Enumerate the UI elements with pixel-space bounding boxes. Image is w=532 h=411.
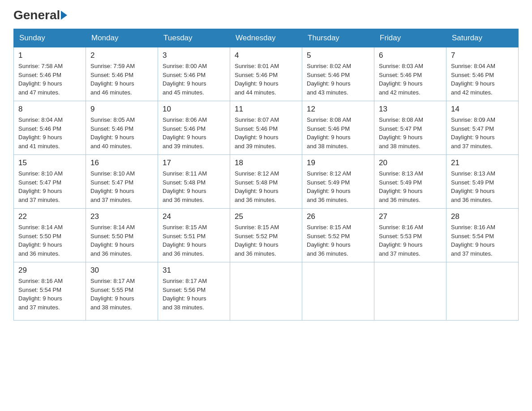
calendar-cell: 12 Sunrise: 8:08 AM Sunset: 5:46 PM Dayl… bbox=[302, 101, 374, 155]
day-number: 13 bbox=[379, 105, 442, 114]
calendar-cell: 4 Sunrise: 8:01 AM Sunset: 5:46 PM Dayli… bbox=[230, 47, 302, 101]
calendar-cell: 1 Sunrise: 7:58 AM Sunset: 5:46 PM Dayli… bbox=[14, 47, 86, 101]
day-info: Sunrise: 8:16 AM Sunset: 5:54 PM Dayligh… bbox=[451, 223, 514, 258]
day-number: 15 bbox=[18, 158, 81, 167]
calendar-cell: 20 Sunrise: 8:13 AM Sunset: 5:49 PM Dayl… bbox=[374, 155, 446, 209]
day-info: Sunrise: 8:05 AM Sunset: 5:46 PM Dayligh… bbox=[90, 116, 153, 150]
calendar-cell: 5 Sunrise: 8:02 AM Sunset: 5:46 PM Dayli… bbox=[302, 47, 374, 101]
day-number: 4 bbox=[235, 51, 297, 60]
day-info: Sunrise: 8:08 AM Sunset: 5:46 PM Dayligh… bbox=[307, 116, 369, 150]
week-row-2: 8 Sunrise: 8:04 AM Sunset: 5:46 PM Dayli… bbox=[14, 101, 519, 155]
day-number: 26 bbox=[307, 212, 369, 221]
day-info: Sunrise: 8:04 AM Sunset: 5:46 PM Dayligh… bbox=[18, 116, 81, 150]
day-info: Sunrise: 8:14 AM Sunset: 5:50 PM Dayligh… bbox=[18, 223, 81, 258]
calendar-cell: 25 Sunrise: 8:15 AM Sunset: 5:52 PM Dayl… bbox=[230, 209, 302, 262]
day-number: 9 bbox=[90, 105, 153, 114]
weekday-header-sunday: Sunday bbox=[14, 29, 86, 47]
day-number: 21 bbox=[451, 158, 514, 167]
day-info: Sunrise: 8:16 AM Sunset: 5:54 PM Dayligh… bbox=[18, 277, 81, 312]
week-row-1: 1 Sunrise: 7:58 AM Sunset: 5:46 PM Dayli… bbox=[14, 47, 519, 101]
day-info: Sunrise: 8:17 AM Sunset: 5:56 PM Dayligh… bbox=[163, 277, 225, 312]
day-info: Sunrise: 8:14 AM Sunset: 5:50 PM Dayligh… bbox=[90, 223, 153, 258]
day-number: 30 bbox=[90, 266, 153, 275]
day-info: Sunrise: 8:16 AM Sunset: 5:53 PM Dayligh… bbox=[379, 223, 442, 258]
weekday-header-monday: Monday bbox=[86, 29, 158, 47]
day-info: Sunrise: 8:12 AM Sunset: 5:48 PM Dayligh… bbox=[235, 169, 297, 204]
day-info: Sunrise: 8:01 AM Sunset: 5:46 PM Dayligh… bbox=[235, 62, 297, 97]
weekday-header-thursday: Thursday bbox=[302, 29, 374, 47]
day-info: Sunrise: 8:15 AM Sunset: 5:51 PM Dayligh… bbox=[163, 223, 225, 258]
calendar-cell: 8 Sunrise: 8:04 AM Sunset: 5:46 PM Dayli… bbox=[14, 101, 86, 155]
day-number: 28 bbox=[451, 212, 514, 221]
calendar-cell: 7 Sunrise: 8:04 AM Sunset: 5:46 PM Dayli… bbox=[446, 47, 519, 101]
day-info: Sunrise: 8:09 AM Sunset: 5:47 PM Dayligh… bbox=[451, 116, 514, 150]
calendar-cell: 18 Sunrise: 8:12 AM Sunset: 5:48 PM Dayl… bbox=[230, 155, 302, 209]
calendar-cell: 14 Sunrise: 8:09 AM Sunset: 5:47 PM Dayl… bbox=[446, 101, 519, 155]
calendar-cell: 2 Sunrise: 7:59 AM Sunset: 5:46 PM Dayli… bbox=[86, 47, 158, 101]
calendar-cell: 24 Sunrise: 8:15 AM Sunset: 5:51 PM Dayl… bbox=[158, 209, 230, 262]
day-number: 6 bbox=[379, 51, 442, 60]
day-info: Sunrise: 7:58 AM Sunset: 5:46 PM Dayligh… bbox=[18, 62, 81, 97]
day-info: Sunrise: 8:17 AM Sunset: 5:55 PM Dayligh… bbox=[90, 277, 153, 312]
calendar-cell: 19 Sunrise: 8:12 AM Sunset: 5:49 PM Dayl… bbox=[302, 155, 374, 209]
calendar-cell: 27 Sunrise: 8:16 AM Sunset: 5:53 PM Dayl… bbox=[374, 209, 446, 262]
calendar-cell: 22 Sunrise: 8:14 AM Sunset: 5:50 PM Dayl… bbox=[14, 209, 86, 262]
calendar-cell bbox=[302, 262, 374, 321]
week-row-5: 29 Sunrise: 8:16 AM Sunset: 5:54 PM Dayl… bbox=[14, 262, 519, 321]
weekday-header-saturday: Saturday bbox=[446, 29, 519, 47]
day-number: 20 bbox=[379, 158, 442, 167]
day-number: 3 bbox=[163, 51, 225, 60]
calendar-cell bbox=[230, 262, 302, 321]
weekday-header-friday: Friday bbox=[374, 29, 446, 47]
calendar-cell: 31 Sunrise: 8:17 AM Sunset: 5:56 PM Dayl… bbox=[158, 262, 230, 321]
day-number: 31 bbox=[163, 266, 225, 275]
day-number: 18 bbox=[235, 158, 297, 167]
day-number: 7 bbox=[451, 51, 514, 60]
weekday-header-wednesday: Wednesday bbox=[230, 29, 302, 47]
day-number: 5 bbox=[307, 51, 369, 60]
calendar: SundayMondayTuesdayWednesdayThursdayFrid… bbox=[13, 29, 519, 321]
day-number: 27 bbox=[379, 212, 442, 221]
day-number: 14 bbox=[451, 105, 514, 114]
weekday-header-tuesday: Tuesday bbox=[158, 29, 230, 47]
week-row-3: 15 Sunrise: 8:10 AM Sunset: 5:47 PM Dayl… bbox=[14, 155, 519, 209]
day-info: Sunrise: 8:15 AM Sunset: 5:52 PM Dayligh… bbox=[307, 223, 369, 258]
calendar-cell: 16 Sunrise: 8:10 AM Sunset: 5:47 PM Dayl… bbox=[86, 155, 158, 209]
calendar-cell: 10 Sunrise: 8:06 AM Sunset: 5:46 PM Dayl… bbox=[158, 101, 230, 155]
calendar-cell: 29 Sunrise: 8:16 AM Sunset: 5:54 PM Dayl… bbox=[14, 262, 86, 321]
logo-arrow-icon bbox=[61, 11, 67, 20]
day-number: 24 bbox=[163, 212, 225, 221]
day-info: Sunrise: 8:13 AM Sunset: 5:49 PM Dayligh… bbox=[451, 169, 514, 204]
day-info: Sunrise: 7:59 AM Sunset: 5:46 PM Dayligh… bbox=[90, 62, 153, 97]
day-info: Sunrise: 8:08 AM Sunset: 5:47 PM Dayligh… bbox=[379, 116, 442, 150]
day-info: Sunrise: 8:15 AM Sunset: 5:52 PM Dayligh… bbox=[235, 223, 297, 258]
calendar-cell: 30 Sunrise: 8:17 AM Sunset: 5:55 PM Dayl… bbox=[86, 262, 158, 321]
calendar-cell: 9 Sunrise: 8:05 AM Sunset: 5:46 PM Dayli… bbox=[86, 101, 158, 155]
calendar-cell bbox=[446, 262, 519, 321]
day-info: Sunrise: 8:12 AM Sunset: 5:49 PM Dayligh… bbox=[307, 169, 369, 204]
calendar-cell: 3 Sunrise: 8:00 AM Sunset: 5:46 PM Dayli… bbox=[158, 47, 230, 101]
day-number: 8 bbox=[18, 105, 81, 114]
calendar-cell: 13 Sunrise: 8:08 AM Sunset: 5:47 PM Dayl… bbox=[374, 101, 446, 155]
day-number: 11 bbox=[235, 105, 297, 114]
day-number: 2 bbox=[90, 51, 153, 60]
day-number: 17 bbox=[163, 158, 225, 167]
week-row-4: 22 Sunrise: 8:14 AM Sunset: 5:50 PM Dayl… bbox=[14, 209, 519, 262]
day-number: 16 bbox=[90, 158, 153, 167]
weekday-header-row: SundayMondayTuesdayWednesdayThursdayFrid… bbox=[14, 29, 519, 47]
day-info: Sunrise: 8:11 AM Sunset: 5:48 PM Dayligh… bbox=[163, 169, 225, 204]
calendar-cell: 21 Sunrise: 8:13 AM Sunset: 5:49 PM Dayl… bbox=[446, 155, 519, 209]
day-number: 23 bbox=[90, 212, 153, 221]
day-number: 1 bbox=[18, 51, 81, 60]
day-number: 12 bbox=[307, 105, 369, 114]
calendar-cell: 6 Sunrise: 8:03 AM Sunset: 5:46 PM Dayli… bbox=[374, 47, 446, 101]
calendar-cell: 28 Sunrise: 8:16 AM Sunset: 5:54 PM Dayl… bbox=[446, 209, 519, 262]
day-number: 22 bbox=[18, 212, 81, 221]
calendar-cell: 11 Sunrise: 8:07 AM Sunset: 5:46 PM Dayl… bbox=[230, 101, 302, 155]
calendar-cell: 17 Sunrise: 8:11 AM Sunset: 5:48 PM Dayl… bbox=[158, 155, 230, 209]
day-info: Sunrise: 8:02 AM Sunset: 5:46 PM Dayligh… bbox=[307, 62, 369, 97]
day-info: Sunrise: 8:03 AM Sunset: 5:46 PM Dayligh… bbox=[379, 62, 442, 97]
day-number: 10 bbox=[163, 105, 225, 114]
day-info: Sunrise: 8:06 AM Sunset: 5:46 PM Dayligh… bbox=[163, 116, 225, 150]
day-info: Sunrise: 8:10 AM Sunset: 5:47 PM Dayligh… bbox=[18, 169, 81, 204]
